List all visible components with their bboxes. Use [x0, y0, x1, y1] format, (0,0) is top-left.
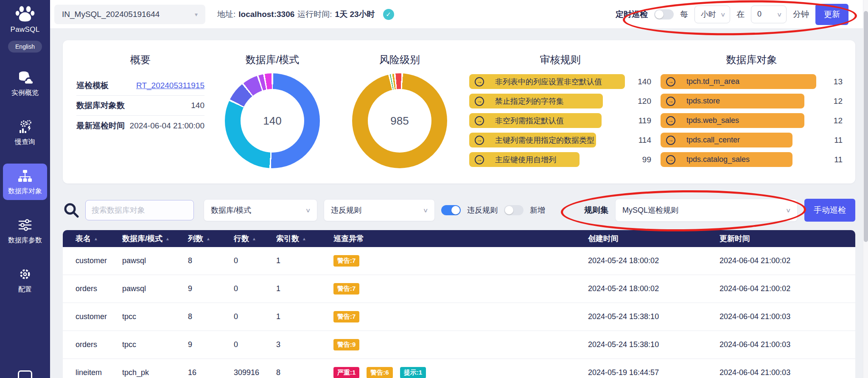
manual-inspect-button[interactable]: 手动巡检	[804, 199, 855, 222]
app-logo: PawSQL	[11, 5, 40, 34]
search-input[interactable]	[85, 200, 194, 220]
column-header-table-name[interactable]: 表名▲	[63, 233, 118, 244]
audit-rule-bar[interactable]: 主键列需使用指定的数据类型	[469, 133, 596, 147]
sidebar-item-instance-overview[interactable]: 实例概览	[3, 65, 47, 102]
table-row[interactable]: orders tpcc 9 0 3 警告:9 2024-05-24 15:38:…	[63, 331, 855, 359]
cell-indexes: 3	[272, 340, 329, 349]
cell-table-name: orders	[63, 284, 118, 293]
sort-icon[interactable]: ▲	[94, 236, 98, 241]
column-header-schema[interactable]: 数据库/模式▲	[118, 233, 184, 244]
column-header-rows[interactable]: 行数▲	[230, 233, 272, 244]
toggle-knob	[655, 10, 664, 19]
warning-badge[interactable]: 警告:7	[333, 311, 359, 322]
cell-rows: 309916	[230, 368, 272, 377]
audit-rule-bar[interactable]: 非空列需指定默认值	[469, 113, 602, 128]
db-object-label: tpds.call_center	[686, 136, 740, 145]
template-link[interactable]: RT_202405311915	[136, 81, 204, 90]
sort-icon[interactable]: ▲	[206, 236, 210, 241]
schema-donut-center: 140	[241, 89, 304, 153]
overview-row-template: 巡检模板 RT_202405311915	[76, 76, 204, 96]
sidebar-item-settings[interactable]: 配置	[3, 262, 47, 298]
warning-badge[interactable]: 警告:6	[367, 367, 392, 378]
audit-rule-value: 99	[625, 155, 651, 164]
audit-rule-value: 140	[625, 77, 651, 86]
sidebar-item-label: 配置	[18, 285, 32, 294]
tip-badge[interactable]: 提示:1	[400, 367, 426, 378]
cell-schema: tpcc	[118, 312, 184, 321]
audit-rule-label: 非空列需指定默认值	[495, 116, 564, 126]
column-header-columns[interactable]: 列数▲	[184, 233, 230, 244]
overview-title: 概要	[76, 53, 204, 67]
sidebar-item-label: 慢查询	[15, 138, 35, 147]
schema-filter-select[interactable]: 数据库/模式 ∨	[204, 199, 317, 221]
db-object-bar[interactable]: tpds.store	[661, 94, 804, 108]
risk-donut-panel: 风险级别 985	[336, 46, 463, 178]
warning-badge[interactable]: 警告:9	[333, 339, 359, 350]
update-button[interactable]: 更新	[815, 4, 848, 25]
ruleset-select[interactable]: MySQL巡检规则 ∨	[615, 199, 798, 222]
risk-donut-chart[interactable]: 985	[352, 73, 447, 168]
table-row[interactable]: orders pawsql 9 0 1 警告:7 2024-05-24 18:0…	[63, 275, 855, 303]
warning-badge[interactable]: 警告:7	[333, 283, 359, 295]
violation-toggle-label: 违反规则	[467, 205, 498, 215]
cell-rows: 0	[230, 340, 272, 349]
objects-table: 表名▲ 数据库/模式▲ 列数▲ 行数▲ 索引数▲ 巡查异常 创建时间 更新时间 …	[63, 230, 855, 378]
table-row[interactable]: lineitem tpch_pk 16 309916 8 严重:1 警告:6 提…	[63, 359, 855, 378]
instance-select-value: IN_MySQL_202405191644	[62, 10, 160, 19]
cell-created: 2024-05-24 15:38:10	[584, 340, 715, 349]
db-object-row: tpds.catalog_sales 11	[661, 152, 843, 167]
schedule-toggle[interactable]	[654, 9, 674, 19]
violation-toggle[interactable]	[441, 205, 461, 215]
instance-select[interactable]: IN_MySQL_202405191644 ▾	[54, 5, 205, 24]
table-row[interactable]: customer pawsql 8 0 1 警告:7 2024-05-24 18…	[63, 247, 855, 275]
db-object-bar[interactable]: tpds.web_sales	[661, 113, 804, 128]
rule-filter-value: 违反规则	[331, 205, 361, 215]
table-row[interactable]: customer tpcc 8 0 1 警告:7 2024-05-24 15:3…	[63, 303, 855, 331]
vertical-scrollbar[interactable]	[863, 0, 868, 378]
minute-select[interactable]: 0 ∨	[751, 6, 787, 23]
schema-donut-chart[interactable]: 140	[225, 73, 320, 168]
audit-rule-bar[interactable]: 非列表中的列应设置非空默认值	[469, 74, 625, 89]
db-object-label: tpds.store	[686, 97, 720, 106]
sidebar-item-slow-query[interactable]: 慢查询	[3, 114, 47, 151]
paw-icon	[15, 5, 35, 23]
sidebar-item-database-params[interactable]: 数据库参数	[3, 213, 47, 249]
schedule-label: 定时巡检	[616, 9, 648, 20]
cell-columns: 9	[184, 284, 230, 293]
scrollbar-thumb[interactable]	[864, 11, 868, 242]
new-toggle[interactable]	[504, 205, 524, 215]
sidebar-item-label: 数据库参数	[8, 236, 42, 245]
cell-created: 2024-05-19 16:44:57	[584, 368, 715, 377]
db-objects-title: 数据库对象	[661, 53, 843, 67]
audit-rule-bar[interactable]: 主应键使用自增列	[469, 152, 580, 167]
audit-rule-value: 119	[625, 116, 651, 125]
db-object-bar[interactable]: tpds.catalog_sales	[661, 152, 792, 167]
cell-schema: tpcc	[118, 340, 184, 349]
cell-anomalies: 严重:1 警告:6 提示:1	[329, 367, 584, 378]
cell-rows: 0	[230, 256, 272, 265]
sort-icon[interactable]: ▲	[252, 236, 256, 241]
arrow-right-circle-icon	[666, 136, 675, 145]
arrow-right-circle-icon	[666, 77, 675, 86]
column-header-indexes[interactable]: 索引数▲	[272, 233, 329, 244]
db-object-bar[interactable]: tpch.td_m_area	[661, 74, 816, 89]
instance-address: 地址: localhost:3306 运行时间: 1天 23小时 ✓	[217, 9, 394, 20]
arrow-right-circle-icon	[475, 77, 484, 86]
db-object-label: tpch.td_m_area	[686, 77, 739, 86]
sidebar-item-database-objects[interactable]: 数据库对象	[3, 164, 47, 200]
audit-rule-bar[interactable]: 禁止指定列的字符集	[469, 94, 603, 108]
rule-filter-select[interactable]: 违反规则 ∨	[324, 199, 435, 221]
sort-icon[interactable]: ▲	[302, 236, 306, 241]
critical-badge[interactable]: 严重:1	[333, 367, 359, 378]
sidebar-bottom-partial-icon[interactable]	[18, 370, 32, 378]
db-object-bar[interactable]: tpds.call_center	[661, 133, 792, 147]
sort-icon[interactable]: ▲	[165, 236, 170, 241]
cell-schema: pawsql	[118, 284, 184, 293]
settings-icon	[18, 267, 32, 281]
audit-rule-value: 120	[625, 97, 651, 106]
language-switch[interactable]: English	[8, 41, 42, 53]
object-count-value: 140	[191, 101, 204, 110]
interval-select[interactable]: 小时 ∨	[694, 6, 730, 23]
arrow-right-circle-icon	[666, 116, 675, 125]
warning-badge[interactable]: 警告:7	[333, 255, 359, 267]
